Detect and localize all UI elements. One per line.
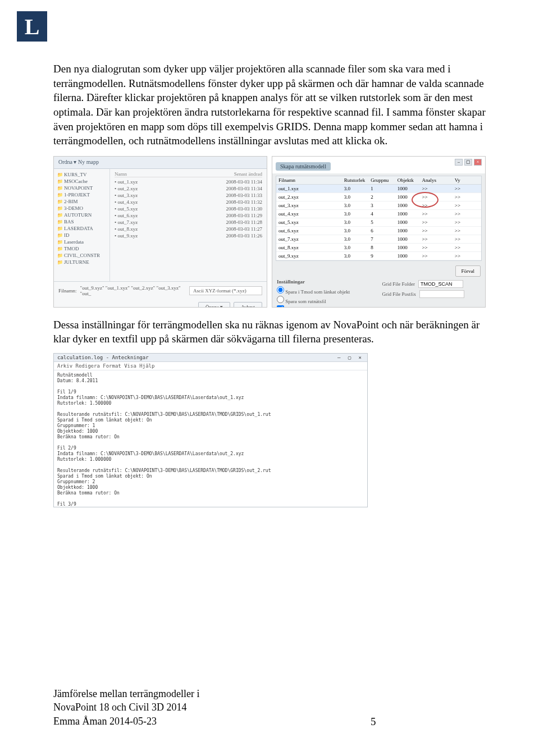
fb-open-button[interactable]: Öppna ▾ (198, 302, 230, 308)
fb-filnamn-value: "out_9.xyz" "out_1.xyz" "out_2.xyz" "out… (80, 285, 186, 296)
paragraph-2: Dessa inställningar för terrängmodellen … (53, 318, 486, 346)
log-title: calculation.log - Anteckningar (57, 355, 149, 360)
figure-file-browser: Ordna ▾ Ny mapp KURS_TVMSOCacheNOVAPOINT… (53, 156, 267, 308)
tree-item[interactable]: AUTOTURN (57, 212, 106, 218)
tree-item[interactable]: JULTURNE (57, 259, 106, 265)
table-row[interactable]: out_1.xyz3.011000>>>> (276, 185, 481, 193)
figures-row: Ordna ▾ Ny mapp KURS_TVMSOCacheNOVAPOINT… (53, 156, 486, 308)
gm-th-vy: Vy (453, 176, 481, 184)
table-row[interactable]: out_7.xyz3.071000>>>> (276, 235, 481, 244)
table-row[interactable]: out_6.xyz3.061000>>>> (276, 227, 481, 235)
gm-postfix-label: Grid File Postfix (382, 291, 417, 297)
fb-col-name: Namn (115, 171, 127, 177)
gm-opt-rutnat[interactable]: Spara som rutnätsfil (277, 295, 376, 305)
log-body: Rutnätsmodell Datum: 8.4.2011 Fil 1/9 In… (54, 370, 367, 507)
fb-col-date: Senast ändrad (234, 171, 262, 177)
tree-item[interactable]: TMOD (57, 245, 106, 252)
maximize-icon[interactable]: ▢ (464, 159, 472, 166)
gm-opt-linked[interactable]: Spara i Tmod som länkat objekt (277, 286, 376, 295)
gm-th-rutstorlek: Rutstorlek (342, 176, 368, 184)
log-minimize-icon[interactable]: – (335, 355, 342, 360)
figure-calc-log: calculation.log - Anteckningar – ▢ × Ark… (53, 353, 368, 507)
gm-th-analys: Analys (419, 176, 452, 184)
tree-item[interactable]: ID (57, 232, 106, 239)
file-row[interactable]: • out_6.xyz2008-03-03 11:29 (115, 212, 262, 219)
tree-item[interactable]: NOVAPOINT (57, 185, 106, 191)
file-row[interactable]: • out_1.xyz2008-03-03 11:34 (115, 178, 262, 185)
table-row[interactable]: out_8.xyz3.081000>>>> (276, 244, 481, 252)
footer-line-2: NovaPoint 18 och Civil 3D 2014 (53, 700, 199, 714)
file-row[interactable]: • out_5.xyz2008-03-03 11:30 (115, 205, 262, 212)
file-row[interactable]: • out_9.xyz2008-03-03 11:26 (115, 232, 262, 239)
minimize-icon[interactable]: – (455, 159, 463, 166)
gm-postfix-input[interactable] (419, 290, 464, 298)
close-icon[interactable]: × (474, 159, 482, 166)
fb-format-select[interactable]: Ascii XYZ-format (*.xyz) (189, 286, 262, 295)
table-row[interactable]: out_5.xyz3.051000>>>> (276, 218, 481, 227)
tree-item[interactable]: BAS (57, 218, 106, 225)
fb-tree[interactable]: KURS_TVMSOCacheNOVAPOINT1-PROJEKT2-BIM3-… (54, 169, 110, 281)
file-row[interactable]: • out_2.xyz2008-03-03 11:34 (115, 185, 262, 192)
fb-file-list[interactable]: Namn Senast ändrad • out_1.xyz2008-03-03… (110, 169, 267, 281)
gm-settings-label: Inställningar (277, 279, 376, 285)
gm-opt-empty[interactable]: Beräkna tomma rutor (277, 305, 376, 308)
tree-item[interactable]: LASERDATA (57, 225, 106, 232)
fb-cancel-button[interactable]: Avbryt (234, 302, 262, 308)
file-row[interactable]: • out_4.xyz2008-03-03 11:32 (115, 199, 262, 205)
tree-item[interactable]: Laserdata (57, 239, 106, 245)
log-menu[interactable]: Arkiv Redigera Format Visa Hjälp (54, 362, 367, 370)
log-maximize-icon[interactable]: ▢ (346, 355, 353, 360)
gm-folder-label: Grid File Folder (382, 281, 415, 287)
tree-item[interactable]: CIVIL_CONSTR (57, 252, 106, 259)
footer: Jämförelse mellan terrängmodeller i Nova… (53, 687, 199, 728)
tree-item[interactable]: MSOCache (57, 178, 106, 185)
footer-line-1: Jämförelse mellan terrängmodeller i (53, 687, 199, 700)
tree-item[interactable]: 3-DEMO (57, 205, 106, 212)
tree-item[interactable]: 2-BIM (57, 198, 106, 205)
page-number: 5 (371, 716, 376, 728)
tree-item[interactable]: KURS_TV (57, 171, 106, 178)
fb-toolbar[interactable]: Ordna ▾ Ny mapp (54, 157, 267, 169)
logo: L (17, 11, 47, 42)
gm-th-grupp: Gruppnu (368, 176, 395, 184)
forval-button[interactable]: Förval (455, 265, 481, 277)
footer-line-3: Emma Åman 2014-05-23 (53, 714, 199, 728)
table-row[interactable]: out_3.xyz3.031000>>>> (276, 201, 481, 210)
log-close-icon[interactable]: × (357, 355, 364, 360)
file-row[interactable]: • out_7.xyz2008-03-03 11:28 (115, 219, 262, 226)
table-row[interactable]: out_2.xyz3.021000>>>> (276, 193, 481, 201)
gm-th-objekt: Objektk (395, 176, 420, 184)
file-row[interactable]: • out_3.xyz2008-03-03 11:33 (115, 192, 262, 199)
fb-filnamn-label: Filnamn: (58, 288, 77, 294)
paragraph-1: Den nya dialogrutan som dyker upp väljer… (53, 62, 486, 148)
table-row[interactable]: out_4.xyz3.041000>>>> (276, 210, 481, 218)
table-row[interactable]: out_9.xyz3.091000>>>> (276, 252, 481, 260)
gm-table[interactable]: Filnamn Rutstorlek Gruppnu Objektk Analy… (276, 176, 482, 261)
gm-th-filnamn: Filnamn (276, 176, 342, 184)
gm-folder-input[interactable] (418, 280, 463, 288)
gm-title-badge: Skapa rutnätsmodell (276, 162, 331, 171)
figure-grid-dialog: Skapa rutnätsmodell – ▢ × Filnamn Rutsto… (272, 156, 486, 308)
tree-item[interactable]: 1-PROJEKT (57, 191, 106, 198)
file-row[interactable]: • out_8.xyz2008-03-03 11:27 (115, 226, 262, 232)
